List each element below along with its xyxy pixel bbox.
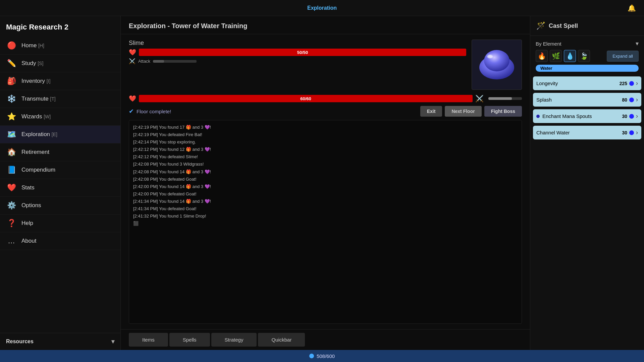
sidebar-item-stats[interactable]: ❤️ Stats [0,179,120,197]
home-icon: 🔴 [6,40,17,51]
center-panel: Exploration - Tower of Water Training Sl… [121,16,530,350]
next-floor-button[interactable]: Next Floor [445,106,481,117]
sidebar-item-exploration[interactable]: 🗺️ Exploration [E] [0,126,120,143]
enemy-attack-row: ⚔️ Attack [129,58,466,64]
topbar: Exploration 🔔 [0,0,644,16]
sidebar-item-options[interactable]: ⚙️ Options [0,197,120,215]
svg-point-3 [487,55,493,58]
tab-strategy[interactable]: Strategy [211,333,257,347]
slime-svg [475,48,519,81]
floor-buttons: Exit Next Floor Fight Boss [420,106,522,117]
sidebar-item-retirement[interactable]: 🏠 Retirement [0,143,120,161]
spell-splash-right: 80 › [622,96,638,103]
exploration-header: Exploration - Tower of Water Training [121,16,530,34]
tab-spells[interactable]: Spells [169,333,210,347]
study-icon: ✏️ [6,58,17,69]
water-element-btn[interactable]: 💧 [564,50,576,62]
sidebar-item-wizards[interactable]: ⭐ Wizards [W] [0,108,120,126]
sidebar-item-study[interactable]: ✏️ Study [S] [0,55,120,72]
by-element-label: By Element [536,41,561,47]
bell-icon[interactable]: 🔔 [628,4,636,12]
earth-element-btn[interactable]: 🌿 [550,50,562,62]
status-bar: 508/600 [0,350,644,362]
enemy-section: Slime ❤️ 50/50 ⚔️ Attack [129,40,522,90]
floor-complete-text: Floor complete! [137,109,171,114]
log-entry: [2:42:00 PM] You found 14 🎁 and 3 💜! [133,183,518,190]
longevity-chevron: › [636,80,638,87]
enchant-cost: 30 [622,114,627,119]
water-badge[interactable]: Water [536,65,639,72]
player-hp-bar: 60/60 [139,95,473,102]
fight-boss-button[interactable]: Fight Boss [484,106,522,117]
sidebar-bottom: Resources ▾ [0,333,120,350]
mana-status-dot [309,354,314,358]
sidebar-item-transmute[interactable]: ❄️ Transmute [T] [0,90,120,108]
nature-element-btn[interactable]: 🍃 [578,50,590,62]
spell-channel-water[interactable]: Channel Water 30 › [533,126,641,139]
spell-enchant-left: Enchant Mana Spouts [536,113,592,119]
spell-channel-right: 30 › [622,129,638,136]
cast-spell-header: 🪄 Cast Spell [530,16,644,36]
channel-label: Channel Water [536,130,570,135]
cast-spell-label: Cast Spell [549,22,578,29]
expand-all-button[interactable]: Expand all [607,51,639,62]
sidebar-item-options-label: Options [21,202,41,209]
check-icon: ✔ [129,108,134,115]
enemy-hp-text: 50/50 [139,49,466,56]
spell-splash-left: Splash [536,97,552,103]
log-entry: [2:41:34 PM] You defeated Goat! [133,205,518,213]
main-layout: Magic Research 2 🔴 Home [H] ✏️ Study [S]… [0,16,644,350]
cast-spell-icon: 🪄 [536,21,545,30]
by-element-chevron[interactable]: ▾ [636,40,639,47]
enemy-hp-container: ❤️ 50/50 [129,49,466,56]
log-entry: [2:42:00 PM] You defeated Goat! [133,190,518,198]
sidebar-item-help-label: Help [21,220,33,227]
player-hp-text: 60/60 [139,95,473,102]
element-icons-group: 🔥 🌿 💧 🍃 [536,50,590,62]
spell-enchant-mana-spouts[interactable]: Enchant Mana Spouts 30 › [533,109,641,123]
exploration-body: Slime ❤️ 50/50 ⚔️ Attack [121,34,530,329]
sidebar-item-inventory[interactable]: 🎒 Inventory [I] [0,72,120,90]
sidebar-item-stats-label: Stats [21,184,35,191]
sidebar-item-help[interactable]: ❓ Help [0,215,120,232]
spell-splash[interactable]: Splash 80 › [533,93,641,107]
resources-bar[interactable]: Resources ▾ [0,333,120,350]
enemy-hp-icon: ❤️ [129,49,136,56]
exit-button[interactable]: Exit [420,106,442,117]
spell-enchant-right: 30 › [622,113,638,120]
sidebar-item-compendium[interactable]: 📘 Compendium [0,161,120,179]
exploration-icon: 🗺️ [6,129,17,140]
app-title: Magic Research 2 [0,19,120,37]
svg-point-2 [485,53,498,63]
options-icon: ⚙️ [6,200,17,211]
log-entry: [2:41:34 PM] You found 14 🎁 and 3 💜! [133,198,518,205]
enchant-mana-dot [629,114,634,119]
sidebar-item-retirement-label: Retirement [21,149,49,156]
player-attack-bar [488,97,522,100]
channel-cost: 30 [622,130,627,135]
spell-longevity-left: Longevity [536,80,558,86]
stats-icon: ❤️ [6,182,17,193]
enchant-label: Enchant Mana Spouts [542,113,592,119]
tab-quickbar[interactable]: Quickbar [258,333,305,347]
about-icon: … [6,236,17,246]
resources-chevron: ▾ [111,338,114,345]
enemy-info: Slime ❤️ 50/50 ⚔️ Attack [129,40,466,64]
sidebar-item-about[interactable]: … About [0,232,120,250]
sidebar-item-home[interactable]: 🔴 Home [H] [0,37,120,55]
splash-cost: 80 [622,97,627,103]
right-panel: 🪄 Cast Spell By Element ▾ 🔥 🌿 💧 🍃 Expand… [530,16,644,350]
transmute-icon: ❄️ [6,94,17,104]
help-icon: ❓ [6,218,17,229]
log-area[interactable]: [2:42:19 PM] You found 17 🎁 and 3 💜! [2:… [129,120,522,324]
fire-element-btn[interactable]: 🔥 [536,50,548,62]
spell-longevity[interactable]: Longevity 225 › [533,76,641,90]
longevity-label: Longevity [536,80,558,86]
log-entry: [2:42:12 PM] You defeated Slime! [133,153,518,161]
enemy-image [472,40,522,90]
resources-label: Resources [6,339,34,345]
sidebar-item-transmute-label: Transmute [T] [21,96,56,102]
log-entry: ⬛ [133,220,518,227]
splash-mana-dot [629,98,634,102]
tab-items[interactable]: Items [129,333,168,347]
